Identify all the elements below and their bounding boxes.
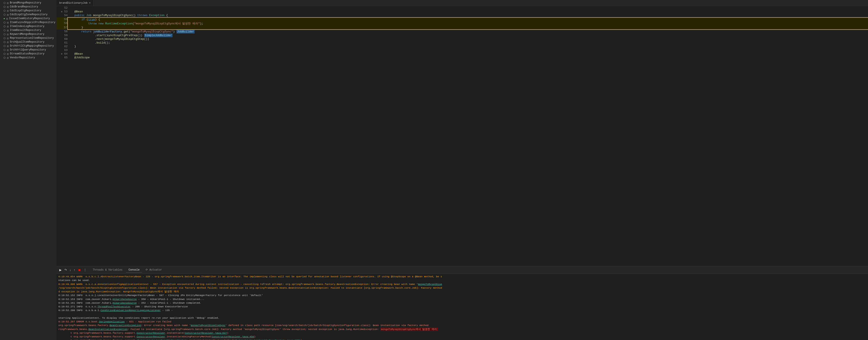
link-abstractautowire[interactable]: AbstractAutowireCapableBeanFactory [137,339,188,340]
link-threadpool[interactable]: ThreadPoolTaskExecutor [97,305,130,308]
link-constructorresolver-java[interactable]: ConstructorResolver.java:627 [185,332,227,334]
table-row: 63 [57,48,868,52]
repo-icon: ⬡ ◫ [3,33,8,36]
sidebar-item-streamstatusrepo[interactable]: ⬡ ◫ StreamStatusRepository [0,52,57,56]
list-item: 6:19:52.271 INFO o.s.s.c.ThreadPoolTaskE… [58,305,866,308]
debug-stop-button[interactable]: ⏹ [77,268,82,272]
type-exception: Exception [149,14,164,17]
repo-icon: ⬡ ◫ [3,48,8,52]
sidebar-item-srchvrtlqryrepo[interactable]: ⬡ ◫ SrchVrtlQueryRepository [0,48,57,52]
list-item: 6:19:52.152 INFO o.s.o.j.LocalContainerE… [58,294,866,297]
line-content-61: .build(); [68,41,868,45]
sidebar-item-cdcbrandrepo[interactable]: ⬡ ◫ CdcBrandRepository [0,5,57,9]
method-build: build [97,41,105,44]
kw-if: if [81,18,85,21]
list-item: 6:19:49.896 WARN o.s.c.a.AnnotationConfi… [58,282,866,286]
list-item: t org.springframework.beans.factory.supp… [58,338,866,340]
link-hikari-1[interactable]: HikariDataSource [113,298,136,301]
list-item [58,312,866,316]
table-row: 60 .next(mongoToMysqlDispCtgStep()) [57,37,868,41]
actuator-icon: ⟳ [146,268,149,271]
debug-controls: ▶ ↷ ↓ ↑ ⏹ ⋮ [58,268,87,272]
link-springapp[interactable]: SpringApplication [99,320,124,323]
list-item: starting ApplicationContext. To display … [58,316,866,320]
link-constructorresolver-2[interactable]: ConstructorResolver [137,335,165,338]
gutter-icon-53: ≡ [61,10,63,13]
debug-step-out-button[interactable]: ↑ [73,268,76,272]
debug-step-into-button[interactable]: ↓ [69,268,72,272]
file-tab-branddictjob[interactable]: brandDictionaryJob × [57,0,94,6]
sidebar: ⬡ ◫ BrandMongoRepository ⬡ ◫ CdcBrandRep… [0,0,57,340]
debug-more-button[interactable]: ⋮ [83,268,87,272]
link-mongodispctgsync-2[interactable]: mongoToMysqlDispCtgSync [191,324,225,327]
code-view[interactable]: 52 ≡ 53 @Bean 54 public [57,6,868,266]
sidebar-item-srchqualrepo[interactable]: ⬡ ◫ SrchQualItemRepository [0,40,57,44]
repo-icon: ⬡ ◫ [3,2,8,4]
tab-threads-variables[interactable]: Threads & Variables [90,268,125,273]
sidebar-item-vendorrepo[interactable]: ⬡ ◫ VendorRepository [0,56,57,60]
sidebar-item-itemresultrepo[interactable]: ⬡ ◫ ItemResultRepository [0,28,57,32]
type-hint-simplejobbuilder: SimpleJobBuilder [144,34,173,37]
link-constructorresolver[interactable]: ConstructorResolver [137,332,165,334]
line-number-53: ≡ 53 [57,10,68,13]
code-table: 52 ≡ 53 @Bean 54 public [57,6,868,60]
link-hikari-2[interactable]: HikariDataSource [113,302,136,304]
link-abstractautowire-java[interactable]: AbstractAutowireCapableBeanFactory.java:… [234,339,301,340]
console-content[interactable]: 6:19:49.854 WARN o.s.b.c.l.AbstractListe… [57,274,868,340]
line-number-57: 57 [57,26,68,30]
line-content-52 [68,6,868,10]
line-content-54: public Job mongoToMysqlDispCtgSync() thr… [68,13,868,18]
sidebar-item-itemcuinvrepo[interactable]: ⬡ ◫ ItemCuinvShppcstPrcRepository [0,21,57,24]
link-beaninstantiation[interactable]: BeanInstantiationException [89,328,127,331]
annotation-jobscope: @JobScope [74,56,90,59]
line-number-52: 52 [57,6,68,10]
sidebar-item-keywordmongorepo[interactable]: ⬡ ◫ KeywordMongoRepository [0,32,57,36]
editor-area: brandDictionaryJob × 52 ≡ 53 [57,0,868,340]
file-tab-bar: brandDictionaryJob × [57,0,868,6]
tab-console[interactable]: Console [126,268,142,273]
method-syncdispctgprestep: syncDispCtgPreStep [106,34,137,37]
sidebar-item-repitemrepo[interactable]: ⬡ ◫ RepresentativeItemRepository [0,36,57,40]
line-content-60: .next(mongoToMysqlDispCtgStep()) [68,37,868,41]
list-item: ringframework.beans.BeanInstantiationExc… [58,327,866,331]
debug-step-over-button[interactable]: ↷ [63,268,68,272]
method-get: get [124,30,129,33]
sidebar-item-issueitemrepo[interactable]: ● ◫ IssueItemHistoryRepository [0,16,57,21]
bullet-icon: ● ◫ [3,17,8,20]
table-row: 54 public Job mongoToMysqlDispCtgSync() … [57,13,868,18]
line-number-65: 65 [57,56,68,60]
annotation-bean: @Bean [74,10,83,13]
method-next: next [97,37,103,41]
type-job: Job [86,14,91,17]
sidebar-item-cdcdisprepo[interactable]: ⬡ ◫ CdcDispCtgRepository [0,9,57,13]
close-tab-button[interactable]: × [89,1,91,5]
sidebar-item-cdcdispzonerepo[interactable]: ⬡ ◫ CdcDispCtgZoneRepository [0,13,57,16]
list-item: d exception is java.lang.RuntimeExceptio… [58,290,866,294]
repo-icon: ⬡ ◫ [3,21,8,24]
repo-icon: ⬡ ◫ [3,41,8,43]
line-number-58: 58 [57,30,68,34]
line-number-60: 60 [57,37,68,41]
kw-throws: throws [137,14,148,17]
sidebar-item-brandmongorepo[interactable]: ⬡ ◫ BrandMongoRepository [0,1,57,5]
repo-icon: ⬡ ◫ [3,29,8,32]
method-start: start [97,34,105,37]
link-beancreation[interactable]: BeanCreationException [110,324,141,327]
link-constructorresolver-java-2[interactable]: ConstructorResolver.java:456 [212,335,254,338]
bool-true: true [88,18,95,21]
line-content-57: } [68,26,868,30]
sidebar-item-itemindexrepo[interactable]: ⬡ ◫ ItemIndexLogRepository [0,24,57,28]
tab-actuator[interactable]: ⟳ Actuator [143,267,164,273]
repo-icon: ⬡ ◫ [3,5,8,8]
table-row: 52 [57,6,868,10]
sidebar-item-srchvrtlmapprepo[interactable]: ⬡ ◫ SrchVrtlCtgMappingRepository [0,44,57,48]
line-content-58: return jobBuilderFactory.get("mongoToMys… [68,30,868,34]
debug-play-button[interactable]: ▶ [58,268,63,272]
line-content-53: @Bean [68,10,868,13]
line-content-59: .start(syncDispCtgPreStep()) SimpleJobBu… [68,34,868,37]
link-conditioneval[interactable]: ConditionEvaluationReportLoggingListener [100,309,161,312]
error-highlight-msg: mongoToMysqlDispCtgSync에서 발생한 에러 [380,328,438,331]
line-content-64: @Bean [68,52,868,56]
link-mongodispctgsync[interactable]: mongoToMysqlDisp [418,283,442,285]
kw-public: public [74,14,85,17]
